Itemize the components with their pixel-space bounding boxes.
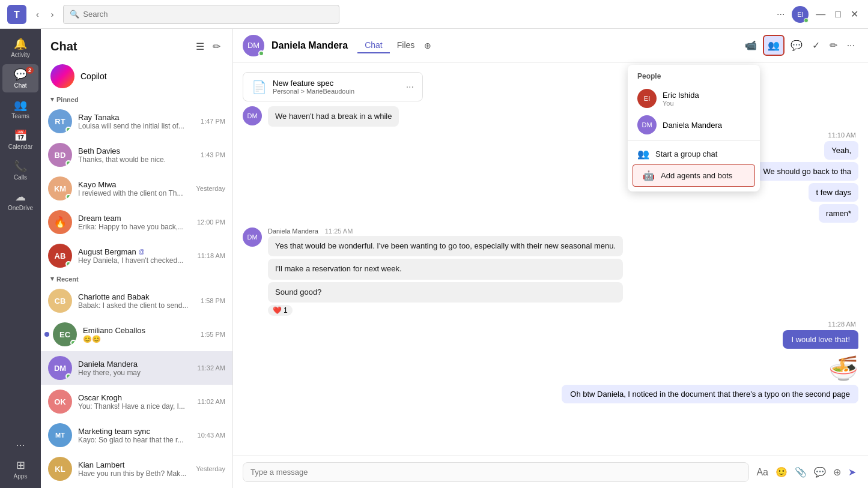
dropdown-divider	[628, 140, 760, 141]
user-status-dot	[804, 18, 809, 23]
file-card-more[interactable]: ···	[406, 82, 414, 92]
outgoing-love-group: 11:28 AM I would love that! 🍜 Oh btw Dan…	[243, 321, 858, 403]
list-item[interactable]: DM Daniela Mandera Hey there, you may 11…	[41, 351, 232, 385]
list-item[interactable]: RT Ray Tanaka Louisa will send the initi…	[41, 104, 232, 138]
send-button[interactable]: ➤	[846, 464, 858, 480]
format-button[interactable]: Aa	[754, 464, 771, 480]
list-item[interactable]: EC Emiliano Ceballos 😊😊 1:55 PM	[41, 318, 232, 351]
mention-badge: @	[139, 249, 145, 255]
sidebar-item-chat[interactable]: 💬 Chat 2	[2, 64, 38, 92]
chat-action-button[interactable]: 💬	[787, 35, 806, 56]
people-dropdown: People EI Eric Ishida You DM Daniela Man…	[628, 65, 760, 191]
start-group-chat-action[interactable]: 👥 Start a group chat	[628, 143, 760, 164]
unread-indicator	[44, 332, 49, 337]
main-chat: DM Daniela Mandera Chat Files ⊕ 📹 👥 💬 ✓ …	[233, 29, 868, 488]
chat-item-time: 1:43 PM	[201, 151, 225, 158]
list-item[interactable]: OK Oscar Krogh You: Thanks! Have a nice …	[41, 385, 232, 418]
nav-forward-button[interactable]: ›	[46, 7, 59, 22]
add-tab-button[interactable]: ⊕	[422, 38, 434, 53]
minimize-button[interactable]: —	[813, 7, 828, 22]
app-layout: 🔔 Activity 💬 Chat 2 👥 Teams 📅 Calendar 📞…	[0, 29, 868, 488]
list-item[interactable]: TD Team Design Template Reta: Let's set …	[41, 486, 232, 488]
sidebar-item-calendar[interactable]: 📅 Calendar	[2, 125, 38, 154]
video-call-button[interactable]: 📹	[741, 35, 760, 56]
chat-item-time: 1:47 PM	[201, 118, 225, 125]
sidebar-item-teams[interactable]: 👥 Teams	[2, 95, 38, 123]
start-group-label: Start a group chat	[655, 149, 717, 158]
message-time: 11:10 AM	[828, 131, 856, 139]
sidebar-item-onedrive[interactable]: ☁ OneDrive	[2, 187, 38, 215]
add-more-button[interactable]: ⊕	[831, 464, 843, 480]
sidebar-item-label-calendar: Calendar	[8, 143, 33, 150]
close-button[interactable]: ✕	[848, 6, 861, 22]
filter-button[interactable]: ☰	[193, 38, 207, 55]
avatar: BD	[48, 143, 72, 167]
dropdown-person-daniela[interactable]: DM Daniela Mandera	[628, 112, 760, 138]
maximize-button[interactable]: □	[833, 7, 843, 22]
nav-back-button[interactable]: ‹	[31, 7, 44, 22]
chat-item-name: Emiliano Ceballos	[83, 326, 195, 335]
title-bar: T ‹ › 🔍 ··· EI — □ ✕	[0, 0, 868, 29]
avatar: KM	[48, 176, 72, 200]
more-options-button[interactable]: ···	[774, 7, 787, 22]
chat-item-preview: Have you run this by Beth? Mak...	[78, 469, 190, 478]
word-icon: 📄	[252, 80, 267, 94]
message-bubble-daniela2: I'll make a reservation for next week.	[268, 259, 623, 279]
list-item[interactable]: BD Beth Davies Thanks, that would be nic…	[41, 138, 232, 172]
pinned-chevron[interactable]: ▾	[50, 95, 54, 103]
list-item[interactable]: CB Charlotte and Babak Babak: I asked th…	[41, 284, 232, 318]
onedrive-icon: ☁	[15, 190, 26, 203]
chat-item-preview: Thanks, that would be nice.	[78, 155, 195, 164]
message-input[interactable]	[243, 462, 749, 482]
message-content-daniela: Daniela Mandera 11:25 AM Yes that would …	[268, 227, 623, 316]
avatar: 🔥	[48, 210, 72, 234]
apps-icon: ⊞	[16, 459, 25, 472]
title-bar-actions: ··· EI — □ ✕	[774, 6, 861, 23]
sidebar-item-apps[interactable]: ⊞ Apps	[2, 455, 38, 483]
more-icon: ···	[16, 439, 25, 451]
teams-icon: 👥	[14, 98, 27, 112]
recent-chevron[interactable]: ▾	[50, 275, 54, 283]
message-reactions: ❤️ 1	[268, 305, 623, 316]
user-avatar-title[interactable]: EI	[792, 6, 809, 23]
sidebar-item-more[interactable]: ···	[2, 435, 38, 455]
chat-header-actions: 📹 👥 💬 ✓ ✏ ···	[741, 35, 858, 56]
emoji-button[interactable]: 🙂	[773, 464, 790, 480]
new-chat-button[interactable]: ✏	[210, 38, 223, 55]
chat-list-header-actions: ☰ ✏	[193, 38, 223, 55]
chat-item-time: 1:55 PM	[201, 331, 225, 338]
chat-badge: 2	[26, 67, 34, 74]
list-item[interactable]: MT Marketing team sync Kayo: So glad to …	[41, 418, 232, 452]
task-button[interactable]: ✓	[809, 35, 824, 56]
attach-button[interactable]: 📎	[792, 464, 809, 480]
edit-button[interactable]: ✏	[826, 35, 841, 56]
chat-item-time: 11:18 AM	[198, 252, 225, 259]
tab-files[interactable]: Files	[390, 38, 422, 53]
list-item[interactable]: KL Kian Lambert Have you run this by Bet…	[41, 452, 232, 486]
search-bar[interactable]: 🔍	[63, 5, 339, 24]
tab-chat[interactable]: Chat	[357, 38, 390, 53]
giphy-button[interactable]: 💬	[812, 464, 828, 480]
file-card[interactable]: 📄 New feature spec Personal > MarieBeaud…	[243, 72, 423, 101]
daniela-dropdown-avatar: DM	[637, 115, 657, 134]
sidebar-item-activity[interactable]: 🔔 Activity	[2, 34, 38, 62]
more-actions-button[interactable]: ···	[843, 35, 858, 56]
list-item[interactable]: 🔥 Dream team Erika: Happy to have you ba…	[41, 205, 232, 239]
message-row-ramen: 🍜	[243, 354, 858, 382]
nav-buttons[interactable]: ‹ ›	[31, 7, 58, 22]
message-row-daniela: DM Daniela Mandera 11:25 AM Yes that wou…	[243, 227, 858, 316]
chat-item-name: Kayo Miwa	[78, 180, 190, 189]
chat-item-name: August Bergman @	[78, 247, 192, 256]
dropdown-person-eric[interactable]: EI Eric Ishida You	[628, 85, 760, 112]
list-item[interactable]: KM Kayo Miwa I reviewed with the client …	[41, 172, 232, 205]
search-input[interactable]	[83, 10, 333, 19]
add-people-button[interactable]: 👥	[763, 35, 785, 56]
sidebar-item-calls[interactable]: 📞 Calls	[2, 156, 38, 184]
chat-item-time: 10:43 AM	[198, 432, 225, 439]
add-agents-bots-action[interactable]: 🤖 Add agents and bots	[633, 164, 755, 187]
sidebar-item-label-chat: Chat	[14, 82, 26, 89]
copilot-name: Copilot	[80, 71, 107, 81]
list-item[interactable]: AB August Bergman @ Hey Daniela, I haven…	[41, 239, 232, 273]
copilot-item[interactable]: Copilot	[41, 59, 232, 93]
message-bubble-out3: t few days	[809, 183, 858, 202]
